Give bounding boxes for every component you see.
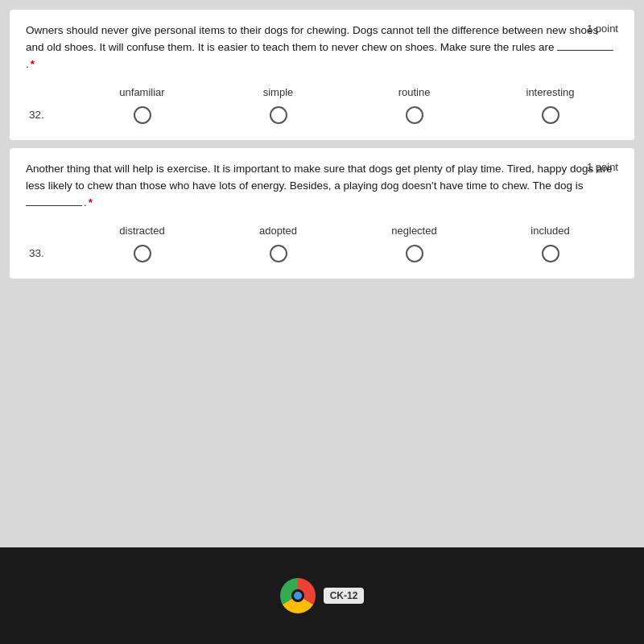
q33-option-1-label: distracted [74,225,210,237]
chrome-icon[interactable] [280,578,316,613]
question-32-card: 1 point Owners should never give persona… [10,10,634,140]
q32-passage: Owners should never give personal items … [26,24,598,53]
q32-radio-1-col [74,106,210,124]
q33-passage: Another thing that will help is exercise… [26,163,613,192]
q33-option-2-label: adopted [210,225,346,237]
q33-radio-row: 33. [26,245,618,262]
q32-radio-3-col [346,106,482,124]
q33-number: 33. [26,247,74,259]
q32-text: Owners should never give personal items … [26,23,618,73]
q33-points: 1 point [587,161,618,173]
q32-blank [557,50,613,51]
q32-radio-2[interactable] [270,106,287,124]
question-33-card: 1 point Another thing that will help is … [10,148,634,279]
q33-radio-4[interactable] [542,245,559,262]
q33-option-3-label: neglected [346,225,482,237]
q32-option-1-label: unfamiliar [74,86,210,98]
q32-radio-2-col [210,106,346,124]
q32-required-star: * [31,58,35,70]
q32-radio-row: 32. [26,106,618,124]
q33-options-row: distracted adopted neglected included [26,225,618,237]
q32-radio-3[interactable] [406,106,423,124]
chrome-center-dot [291,589,304,602]
q33-radio-2[interactable] [270,245,287,262]
q32-radio-1[interactable] [134,106,151,124]
q32-option-3-label: routine [346,86,482,98]
q33-radio-1[interactable] [134,245,151,262]
q32-radio-4-col [482,106,618,124]
q32-options-row: unfamiliar simple routine interesting [26,86,618,98]
q33-radio-4-col [482,245,618,262]
q33-radio-1-col [74,245,210,262]
taskbar: CK-12 [0,547,644,644]
content-area: 1 point Owners should never give persona… [0,0,644,547]
q32-option-2-label: simple [210,86,346,98]
q33-required-star: * [89,196,93,208]
q33-blank [26,205,82,206]
q32-number: 32. [26,109,74,121]
q33-radio-2-col [210,245,346,262]
q33-radio-3-col [346,245,482,262]
q32-radio-4[interactable] [542,106,559,124]
q33-option-4-label: included [482,225,618,237]
q32-option-4-label: interesting [482,86,618,98]
q33-radio-3[interactable] [406,245,423,262]
q32-points: 1 point [587,23,618,35]
q33-text: Another thing that will help is exercise… [26,161,618,212]
ck12-badge[interactable]: CK-12 [324,588,365,604]
